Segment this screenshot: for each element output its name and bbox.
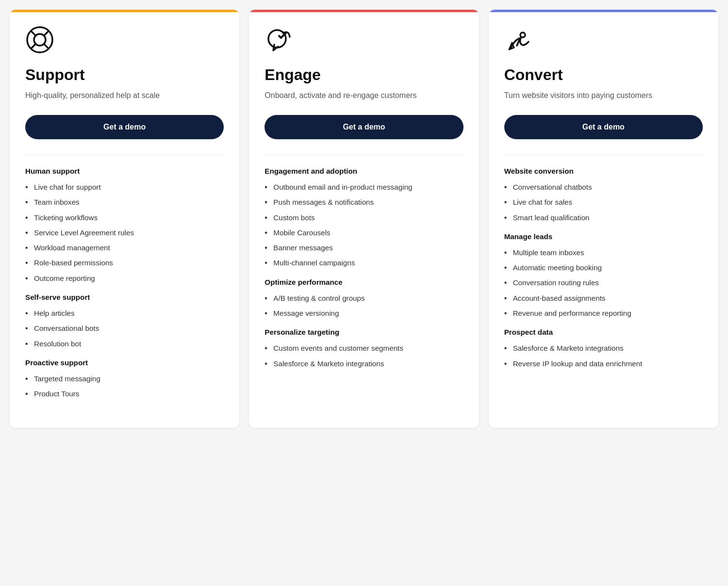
feature-item: Conversational bots xyxy=(25,323,224,333)
section-heading: Optimize performance xyxy=(265,278,463,286)
feature-section: Engagement and adoption Outbound email a… xyxy=(265,167,463,268)
feature-item: Live chat for support xyxy=(25,182,224,192)
section-heading: Website conversion xyxy=(504,167,703,175)
feature-item: Outbound email and in-product messaging xyxy=(265,182,463,192)
feature-item: Multiple team inboxes xyxy=(504,247,703,258)
feature-item: Mobile Carousels xyxy=(265,228,463,238)
svg-line-4 xyxy=(31,44,35,49)
svg-line-3 xyxy=(44,31,49,35)
feature-item: Multi-channel campaigns xyxy=(265,258,463,268)
support-icon xyxy=(25,25,224,56)
section-heading: Personalize targeting xyxy=(265,328,463,336)
feature-item: Automatic meeting booking xyxy=(504,262,703,273)
feature-item: Smart lead qualification xyxy=(504,212,703,223)
divider xyxy=(504,155,703,155)
feature-item: Role-based permissions xyxy=(25,258,224,268)
feature-item: Live chat for sales xyxy=(504,197,703,207)
feature-item: Banner messages xyxy=(265,243,463,253)
feature-item: Push messages & notifications xyxy=(265,197,463,207)
feature-item: Reverse IP lookup and data enrichment xyxy=(504,358,703,369)
feature-item: Revenue and performance reporting xyxy=(504,308,703,318)
convert-card: Convert Turn website visitors into payin… xyxy=(489,10,718,428)
feature-section: Optimize performance A/B testing & contr… xyxy=(265,278,463,319)
feature-list: Conversational chatbotsLive chat for sal… xyxy=(504,182,703,223)
card-title: Support xyxy=(25,66,224,84)
convert-icon xyxy=(504,25,703,56)
feature-item: Service Level Agreement rules xyxy=(25,228,224,238)
feature-item: Conversational chatbots xyxy=(504,182,703,192)
engage-card: Engage Onboard, activate and re-engage c… xyxy=(249,10,479,428)
feature-item: Outcome reporting xyxy=(25,273,224,283)
feature-section: Prospect data Salesforce & Marketo integ… xyxy=(504,328,703,369)
divider xyxy=(25,155,224,155)
feature-list: Help articlesConversational botsResoluti… xyxy=(25,308,224,349)
feature-item: Team inboxes xyxy=(25,197,224,207)
feature-list: Custom events and customer segmentsSales… xyxy=(265,343,463,369)
feature-list: Salesforce & Marketo integrationsReverse… xyxy=(504,343,703,369)
feature-item: Account-based assignments xyxy=(504,293,703,303)
feature-list: Live chat for supportTeam inboxesTicketi… xyxy=(25,182,224,283)
feature-item: Message versioning xyxy=(265,308,463,318)
feature-item: Targeted messaging xyxy=(25,374,224,384)
feature-section: Manage leads Multiple team inboxesAutoma… xyxy=(504,232,703,318)
feature-item: Salesforce & Marketo integrations xyxy=(504,343,703,353)
feature-item: Resolution bot xyxy=(25,339,224,349)
card-subtitle: Turn website visitors into paying custom… xyxy=(504,90,703,101)
feature-item: Help articles xyxy=(25,308,224,318)
feature-section: Human support Live chat for supportTeam … xyxy=(25,167,224,283)
feature-item: Product Tours xyxy=(25,389,224,399)
feature-list: Multiple team inboxesAutomatic meeting b… xyxy=(504,247,703,318)
card-subtitle: High-quality, personalized help at scale xyxy=(25,90,224,101)
demo-button[interactable]: Get a demo xyxy=(25,115,224,139)
pricing-cards-container: Support High-quality, personalized help … xyxy=(10,10,718,428)
section-heading: Human support xyxy=(25,167,224,175)
feature-section: Self-serve support Help articlesConversa… xyxy=(25,293,224,349)
engage-icon xyxy=(265,25,463,56)
card-title: Engage xyxy=(265,66,463,84)
feature-list: Targeted messagingProduct Tours xyxy=(25,374,224,399)
section-heading: Engagement and adoption xyxy=(265,167,463,175)
feature-item: Custom events and customer segments xyxy=(265,343,463,353)
feature-item: Salesforce & Marketo integrations xyxy=(265,358,463,369)
card-subtitle: Onboard, activate and re-engage customer… xyxy=(265,90,463,101)
feature-item: Workload management xyxy=(25,243,224,253)
section-heading: Prospect data xyxy=(504,328,703,336)
divider xyxy=(265,155,463,155)
section-heading: Manage leads xyxy=(504,232,703,241)
feature-item: Ticketing workflows xyxy=(25,212,224,223)
svg-line-2 xyxy=(31,31,35,35)
support-card: Support High-quality, personalized help … xyxy=(10,10,239,428)
demo-button[interactable]: Get a demo xyxy=(265,115,463,139)
feature-item: Conversation routing rules xyxy=(504,277,703,288)
feature-list: A/B testing & control groupsMessage vers… xyxy=(265,293,463,319)
svg-line-5 xyxy=(44,44,49,49)
feature-list: Outbound email and in-product messagingP… xyxy=(265,182,463,268)
section-heading: Self-serve support xyxy=(25,293,224,301)
feature-section: Proactive support Targeted messagingProd… xyxy=(25,358,224,399)
demo-button[interactable]: Get a demo xyxy=(504,115,703,139)
svg-point-7 xyxy=(520,33,525,37)
feature-section: Personalize targeting Custom events and … xyxy=(265,328,463,369)
feature-item: Custom bots xyxy=(265,212,463,223)
section-heading: Proactive support xyxy=(25,358,224,367)
feature-item: A/B testing & control groups xyxy=(265,293,463,303)
feature-section: Website conversion Conversational chatbo… xyxy=(504,167,703,223)
card-title: Convert xyxy=(504,66,703,84)
